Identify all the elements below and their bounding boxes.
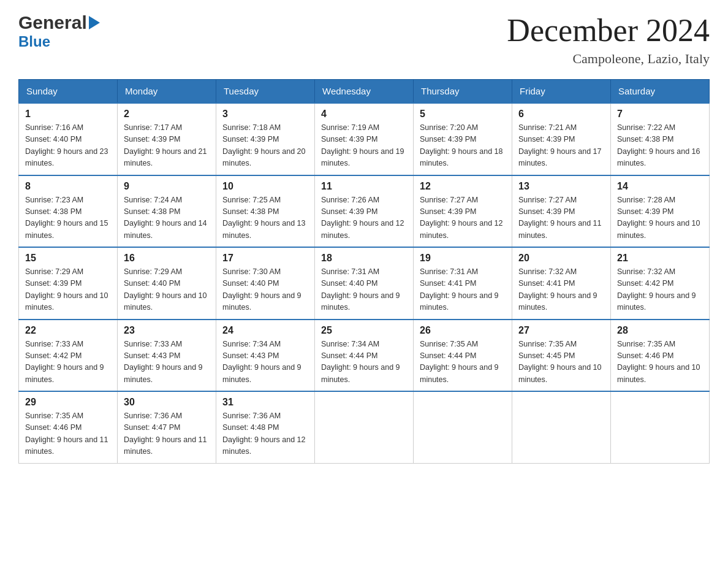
col-wednesday: Wednesday xyxy=(315,80,414,104)
calendar-cell: 8 Sunrise: 7:23 AMSunset: 4:38 PMDayligh… xyxy=(19,175,118,248)
calendar-cell: 13 Sunrise: 7:27 AMSunset: 4:39 PMDaylig… xyxy=(512,175,611,248)
day-number: 9 xyxy=(124,181,210,192)
day-info: Sunrise: 7:17 AMSunset: 4:39 PMDaylight:… xyxy=(124,122,210,170)
day-number: 2 xyxy=(124,109,210,120)
day-info: Sunrise: 7:30 AMSunset: 4:40 PMDaylight:… xyxy=(222,266,308,314)
calendar-cell xyxy=(611,391,710,463)
day-number: 29 xyxy=(25,397,111,408)
page-header: General Blue December 2024 Campoleone, L… xyxy=(18,12,710,67)
day-info: Sunrise: 7:27 AMSunset: 4:39 PMDaylight:… xyxy=(518,194,604,242)
calendar-cell: 17 Sunrise: 7:30 AMSunset: 4:40 PMDaylig… xyxy=(216,247,315,320)
day-number: 7 xyxy=(617,109,703,120)
calendar-cell: 23 Sunrise: 7:33 AMSunset: 4:43 PMDaylig… xyxy=(118,320,216,392)
day-info: Sunrise: 7:29 AMSunset: 4:40 PMDaylight:… xyxy=(124,266,210,314)
logo-blue-text: Blue xyxy=(18,33,50,50)
calendar-cell: 19 Sunrise: 7:31 AMSunset: 4:41 PMDaylig… xyxy=(414,247,512,320)
week-row-2: 8 Sunrise: 7:23 AMSunset: 4:38 PMDayligh… xyxy=(19,175,710,248)
day-info: Sunrise: 7:23 AMSunset: 4:38 PMDaylight:… xyxy=(25,194,111,242)
day-info: Sunrise: 7:36 AMSunset: 4:48 PMDaylight:… xyxy=(222,410,308,458)
calendar-cell: 7 Sunrise: 7:22 AMSunset: 4:38 PMDayligh… xyxy=(611,103,710,175)
week-row-3: 15 Sunrise: 7:29 AMSunset: 4:39 PMDaylig… xyxy=(19,247,710,320)
day-info: Sunrise: 7:29 AMSunset: 4:39 PMDaylight:… xyxy=(25,266,111,314)
day-number: 26 xyxy=(420,325,506,336)
day-info: Sunrise: 7:31 AMSunset: 4:41 PMDaylight:… xyxy=(420,266,506,314)
svg-marker-0 xyxy=(89,16,100,29)
day-info: Sunrise: 7:33 AMSunset: 4:43 PMDaylight:… xyxy=(124,339,210,386)
calendar-cell: 20 Sunrise: 7:32 AMSunset: 4:41 PMDaylig… xyxy=(512,247,611,320)
day-info: Sunrise: 7:32 AMSunset: 4:41 PMDaylight:… xyxy=(518,266,604,314)
calendar-cell: 31 Sunrise: 7:36 AMSunset: 4:48 PMDaylig… xyxy=(216,391,315,463)
calendar-cell: 14 Sunrise: 7:28 AMSunset: 4:39 PMDaylig… xyxy=(611,175,710,248)
day-number: 17 xyxy=(222,253,308,264)
calendar-cell: 29 Sunrise: 7:35 AMSunset: 4:46 PMDaylig… xyxy=(19,391,118,463)
week-row-4: 22 Sunrise: 7:33 AMSunset: 4:42 PMDaylig… xyxy=(19,320,710,392)
day-info: Sunrise: 7:16 AMSunset: 4:40 PMDaylight:… xyxy=(25,122,111,170)
week-row-5: 29 Sunrise: 7:35 AMSunset: 4:46 PMDaylig… xyxy=(19,391,710,463)
day-info: Sunrise: 7:31 AMSunset: 4:40 PMDaylight:… xyxy=(321,266,407,314)
day-info: Sunrise: 7:21 AMSunset: 4:39 PMDaylight:… xyxy=(518,122,604,170)
day-number: 30 xyxy=(124,397,210,408)
calendar-cell: 28 Sunrise: 7:35 AMSunset: 4:46 PMDaylig… xyxy=(611,320,710,392)
day-number: 19 xyxy=(420,253,506,264)
calendar-cell: 22 Sunrise: 7:33 AMSunset: 4:42 PMDaylig… xyxy=(19,320,118,392)
day-info: Sunrise: 7:34 AMSunset: 4:44 PMDaylight:… xyxy=(321,339,407,386)
day-info: Sunrise: 7:32 AMSunset: 4:42 PMDaylight:… xyxy=(617,266,703,314)
day-number: 23 xyxy=(124,325,210,336)
day-number: 18 xyxy=(321,253,407,264)
day-number: 16 xyxy=(124,253,210,264)
day-info: Sunrise: 7:33 AMSunset: 4:42 PMDaylight:… xyxy=(25,339,111,386)
calendar-cell: 12 Sunrise: 7:27 AMSunset: 4:39 PMDaylig… xyxy=(414,175,512,248)
col-sunday: Sunday xyxy=(19,80,118,104)
logo-triangle-icon xyxy=(89,16,100,32)
day-number: 12 xyxy=(420,181,506,192)
calendar-cell: 1 Sunrise: 7:16 AMSunset: 4:40 PMDayligh… xyxy=(19,103,118,175)
calendar-cell xyxy=(315,391,414,463)
calendar-cell: 5 Sunrise: 7:20 AMSunset: 4:39 PMDayligh… xyxy=(414,103,512,175)
day-info: Sunrise: 7:35 AMSunset: 4:44 PMDaylight:… xyxy=(420,339,506,386)
day-number: 11 xyxy=(321,181,407,192)
calendar-cell: 16 Sunrise: 7:29 AMSunset: 4:40 PMDaylig… xyxy=(118,247,216,320)
day-number: 22 xyxy=(25,325,111,336)
day-info: Sunrise: 7:18 AMSunset: 4:39 PMDaylight:… xyxy=(222,122,308,170)
day-number: 10 xyxy=(222,181,308,192)
day-number: 28 xyxy=(617,325,703,336)
calendar-header-row: Sunday Monday Tuesday Wednesday Thursday… xyxy=(19,80,710,104)
calendar-cell: 2 Sunrise: 7:17 AMSunset: 4:39 PMDayligh… xyxy=(118,103,216,175)
calendar-cell: 15 Sunrise: 7:29 AMSunset: 4:39 PMDaylig… xyxy=(19,247,118,320)
day-number: 14 xyxy=(617,181,703,192)
day-info: Sunrise: 7:35 AMSunset: 4:46 PMDaylight:… xyxy=(617,339,703,386)
day-info: Sunrise: 7:22 AMSunset: 4:38 PMDaylight:… xyxy=(617,122,703,170)
day-info: Sunrise: 7:35 AMSunset: 4:45 PMDaylight:… xyxy=(518,339,604,386)
day-info: Sunrise: 7:26 AMSunset: 4:39 PMDaylight:… xyxy=(321,194,407,242)
col-friday: Friday xyxy=(512,80,611,104)
day-info: Sunrise: 7:28 AMSunset: 4:39 PMDaylight:… xyxy=(617,194,703,242)
day-number: 3 xyxy=(222,109,308,120)
day-number: 6 xyxy=(518,109,604,120)
day-number: 24 xyxy=(222,325,308,336)
calendar-cell xyxy=(512,391,611,463)
calendar-cell: 4 Sunrise: 7:19 AMSunset: 4:39 PMDayligh… xyxy=(315,103,414,175)
day-info: Sunrise: 7:35 AMSunset: 4:46 PMDaylight:… xyxy=(25,410,111,458)
day-number: 21 xyxy=(617,253,703,264)
calendar-cell: 10 Sunrise: 7:25 AMSunset: 4:38 PMDaylig… xyxy=(216,175,315,248)
calendar-cell: 24 Sunrise: 7:34 AMSunset: 4:43 PMDaylig… xyxy=(216,320,315,392)
day-number: 8 xyxy=(25,181,111,192)
day-number: 31 xyxy=(222,397,308,408)
location-title: Campoleone, Lazio, Italy xyxy=(507,51,710,67)
calendar-cell: 9 Sunrise: 7:24 AMSunset: 4:38 PMDayligh… xyxy=(118,175,216,248)
day-info: Sunrise: 7:34 AMSunset: 4:43 PMDaylight:… xyxy=(222,339,308,386)
calendar-cell xyxy=(414,391,512,463)
day-number: 4 xyxy=(321,109,407,120)
day-number: 27 xyxy=(518,325,604,336)
calendar-table: Sunday Monday Tuesday Wednesday Thursday… xyxy=(18,79,710,464)
calendar-cell: 27 Sunrise: 7:35 AMSunset: 4:45 PMDaylig… xyxy=(512,320,611,392)
day-number: 15 xyxy=(25,253,111,264)
calendar-cell: 11 Sunrise: 7:26 AMSunset: 4:39 PMDaylig… xyxy=(315,175,414,248)
day-info: Sunrise: 7:19 AMSunset: 4:39 PMDaylight:… xyxy=(321,122,407,170)
day-number: 20 xyxy=(518,253,604,264)
calendar-cell: 25 Sunrise: 7:34 AMSunset: 4:44 PMDaylig… xyxy=(315,320,414,392)
title-section: December 2024 Campoleone, Lazio, Italy xyxy=(507,12,710,67)
calendar-cell: 30 Sunrise: 7:36 AMSunset: 4:47 PMDaylig… xyxy=(118,391,216,463)
day-number: 13 xyxy=(518,181,604,192)
day-info: Sunrise: 7:25 AMSunset: 4:38 PMDaylight:… xyxy=(222,194,308,242)
